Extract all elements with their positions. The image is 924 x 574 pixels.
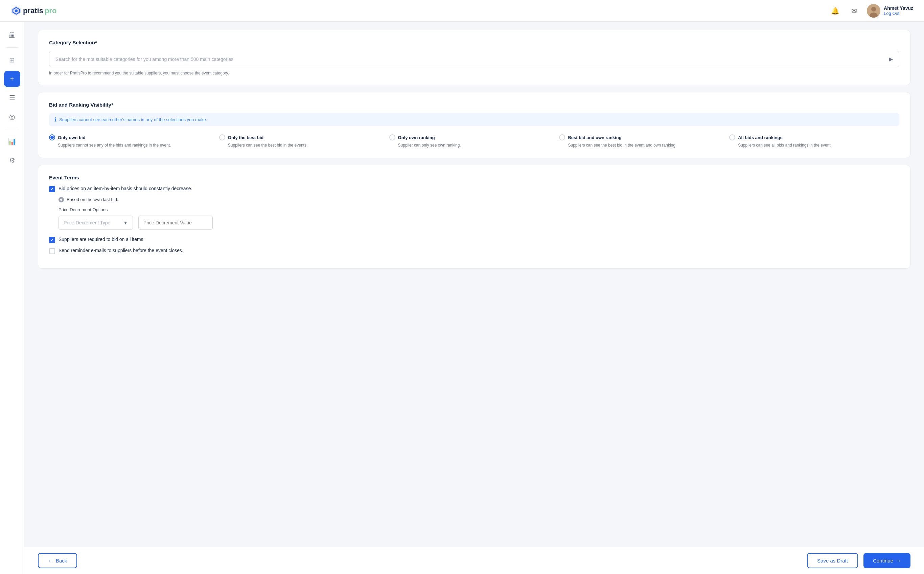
radio-option-best-bid-own-ranking[interactable]: Best bid and own ranking Suppliers can s…: [559, 134, 729, 148]
back-arrow-icon: ←: [48, 558, 53, 563]
sidebar-item-add[interactable]: +: [4, 71, 20, 87]
save-as-draft-button[interactable]: Save as Draft: [807, 553, 858, 568]
sidebar-item-dashboard[interactable]: 🏛: [4, 27, 20, 43]
bid-visibility-info-banner: ℹ Suppliers cannot see each other's name…: [49, 113, 899, 126]
sub-options: Based on the own last bid.: [58, 197, 899, 202]
term1-row: Bid prices on an item-by-item basis shou…: [49, 186, 899, 192]
radio-only-own-ranking-circle[interactable]: [389, 134, 395, 140]
sidebar-divider-1: [7, 47, 17, 48]
price-decrement-value-input[interactable]: [138, 216, 213, 230]
bid-visibility-options: Only own bid Suppliers cannot see any of…: [49, 134, 899, 148]
info-banner-text: Suppliers cannot see each other's names …: [59, 117, 207, 122]
price-decrement-type-select[interactable]: Price Decrement Type ▼: [58, 216, 133, 230]
radio-only-own-bid-desc: Suppliers cannot see any of the bids and…: [49, 142, 219, 148]
category-search-placeholder: Search for the mot suitable categories f…: [55, 57, 233, 62]
logout-link[interactable]: Log Out: [884, 11, 913, 16]
radio-option-only-own-bid[interactable]: Only own bid Suppliers cannot see any of…: [49, 134, 219, 148]
continue-button[interactable]: Continue →: [863, 553, 910, 568]
header: pratis pro 🔔 ✉ Ahmet Yavuz Log Out: [0, 0, 924, 22]
logo-pro: pro: [45, 6, 57, 15]
radio-best-bid-own-ranking-circle[interactable]: [559, 134, 565, 140]
select-arrow-icon: ▼: [123, 220, 128, 226]
term2-row: Suppliers are required to bid on all ite…: [49, 237, 899, 243]
radio-all-bids-rankings-circle[interactable]: [729, 134, 735, 140]
radio-option-all-bids-rankings[interactable]: All bids and rankings Suppliers can see …: [729, 134, 899, 148]
continue-label: Continue: [873, 558, 893, 563]
sidebar-item-grid[interactable]: ⊞: [4, 52, 20, 68]
radio-option-best-bid-own-ranking-header: Best bid and own ranking: [559, 134, 729, 140]
avatar: [867, 4, 880, 17]
radio-only-own-ranking-label: Only own ranking: [398, 135, 435, 140]
user-name: Ahmet Yavuz: [884, 5, 913, 11]
radio-best-bid-own-ranking-label: Best bid and own ranking: [568, 135, 621, 140]
radio-option-only-own-ranking-header: Only own ranking: [389, 134, 559, 140]
sidebar-item-list[interactable]: ☰: [4, 90, 20, 106]
info-icon: ℹ: [55, 117, 57, 123]
sidebar-item-cube[interactable]: ◎: [4, 109, 20, 125]
event-terms-title: Event Terms: [49, 175, 899, 180]
term2-checkbox[interactable]: [49, 237, 55, 243]
category-section-card: Category Selection* Search for the mot s…: [38, 30, 910, 85]
radio-option-all-bids-rankings-header: All bids and rankings: [729, 134, 899, 140]
bid-visibility-title: Bid and Ranking Visibility*: [49, 102, 899, 108]
bid-visibility-card: Bid and Ranking Visibility* ℹ Suppliers …: [38, 92, 910, 158]
radio-option-only-best-bid-header: Only the best bid: [219, 134, 389, 140]
price-decrement-type-placeholder: Price Decrement Type: [64, 220, 110, 226]
notification-icon[interactable]: 🔔: [829, 5, 841, 17]
continue-arrow-icon: →: [896, 558, 901, 563]
term3-label: Send reminder e-mails to suppliers befor…: [58, 248, 183, 253]
category-search-arrow-icon: ▶: [889, 56, 893, 62]
sidebar-divider-2: [7, 129, 17, 129]
category-search-box[interactable]: Search for the mot suitable categories f…: [49, 51, 899, 67]
logo: pratis pro: [11, 5, 57, 16]
radio-only-own-ranking-desc: Supplier can only see own ranking.: [389, 142, 559, 148]
price-decrement-inputs: Price Decrement Type ▼: [58, 216, 899, 230]
radio-all-bids-rankings-label: All bids and rankings: [738, 135, 782, 140]
radio-best-bid-own-ranking-desc: Suppliers can see the best bid in the ev…: [559, 142, 729, 148]
footer: ← Back Save as Draft Continue →: [24, 547, 924, 574]
sidebar-item-settings[interactable]: ⚙: [4, 152, 20, 169]
radio-only-best-bid-label: Only the best bid: [228, 135, 264, 140]
svg-point-4: [871, 7, 876, 11]
radio-only-own-bid-circle[interactable]: [49, 134, 55, 140]
radio-all-bids-rankings-desc: Suppliers can see all bids and rankings …: [729, 142, 899, 148]
back-label: Back: [56, 558, 67, 563]
radio-only-own-bid-label: Only own bid: [58, 135, 86, 140]
term3-checkbox[interactable]: [49, 248, 55, 254]
event-terms-card: Event Terms Bid prices on an item-by-ite…: [38, 165, 910, 269]
header-right: 🔔 ✉ Ahmet Yavuz Log Out: [829, 4, 913, 17]
layout: 🏛 ⊞ + ☰ ◎ 📊 ⚙ Category Selection* Search…: [0, 22, 924, 574]
category-search-hint: In order for PratisPro to recommend you …: [49, 71, 899, 76]
main-content: Category Selection* Search for the mot s…: [24, 22, 924, 574]
sub-radio-own-last-bid[interactable]: [58, 197, 64, 202]
footer-right: Save as Draft Continue →: [807, 553, 910, 568]
message-icon[interactable]: ✉: [848, 5, 860, 17]
term3-row: Send reminder e-mails to suppliers befor…: [49, 248, 899, 254]
term2-label: Suppliers are required to bid on all ite…: [58, 237, 145, 242]
category-section-title: Category Selection*: [49, 39, 899, 45]
sidebar: 🏛 ⊞ + ☰ ◎ 📊 ⚙: [0, 22, 24, 574]
radio-option-only-own-ranking[interactable]: Only own ranking Supplier can only see o…: [389, 134, 559, 148]
radio-only-best-bid-desc: Suppliers can see the best bid in the ev…: [219, 142, 389, 148]
price-decrement-label: Price Decrement Options: [58, 207, 899, 212]
radio-option-only-own-bid-header: Only own bid: [49, 134, 219, 140]
user-info: Ahmet Yavuz Log Out: [884, 5, 913, 16]
back-button[interactable]: ← Back: [38, 553, 77, 568]
sub-radio-label: Based on the own last bid.: [67, 197, 118, 202]
radio-option-only-best-bid[interactable]: Only the best bid Suppliers can see the …: [219, 134, 389, 148]
sub-radio-row: Based on the own last bid.: [58, 197, 899, 202]
logo-pratis: pratis: [23, 6, 43, 15]
term1-checkbox[interactable]: [49, 186, 55, 192]
user-profile: Ahmet Yavuz Log Out: [867, 4, 913, 17]
price-decrement-section: Price Decrement Options Price Decrement …: [58, 207, 899, 230]
radio-only-best-bid-circle[interactable]: [219, 134, 225, 140]
term1-label: Bid prices on an item-by-item basis shou…: [58, 186, 192, 191]
svg-point-2: [15, 9, 17, 12]
sidebar-item-chart[interactable]: 📊: [4, 133, 20, 150]
